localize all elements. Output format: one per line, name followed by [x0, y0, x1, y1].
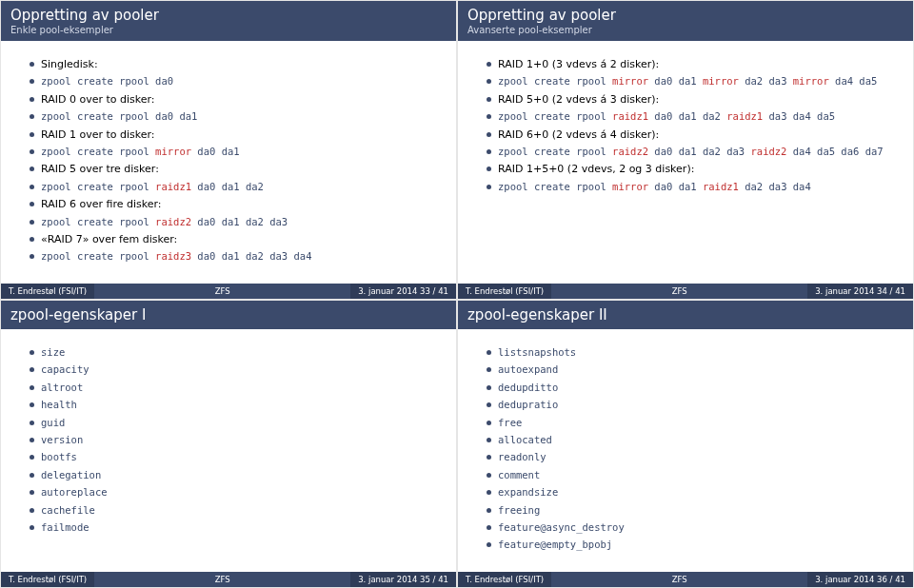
list-item: autoexpand	[487, 363, 894, 377]
slide-subtitle: Avanserte pool-eksempler	[467, 25, 904, 35]
code-span: feature@empty_bpobj	[498, 539, 612, 550]
item-list: Singledisk:zpool create rpool da0RAID 0 …	[30, 57, 437, 265]
list-item: capacity	[30, 363, 437, 377]
list-item: zpool create rpool mirror da0 da1 raidz1…	[487, 180, 894, 194]
text-span: RAID 1 over to disker:	[41, 128, 155, 141]
list-item: RAID 1 over to disker:	[30, 127, 437, 142]
item-list: sizecapacityaltroothealthguidversionboot…	[30, 345, 437, 535]
text-span: RAID 0 over to disker:	[41, 93, 155, 106]
slide-body: RAID 1+0 (3 vdevs á 2 disker):zpool crea…	[458, 41, 913, 225]
text-span: RAID 1+5+0 (2 vdevs, 2 og 3 disker):	[498, 163, 694, 175]
slide-footer: T. Endrestøl (FSI/IT)ZFS3. januar 2014 3…	[1, 572, 456, 587]
text-span: Singledisk:	[41, 58, 98, 70]
footer-title: ZFS	[94, 286, 350, 296]
code-span: version	[41, 434, 83, 445]
code-span: da0 da1 da2 da3	[191, 216, 288, 227]
slide-title: zpool-egenskaper II	[467, 306, 904, 323]
slide-3: zpool-egenskaper Isizecapacityaltroothea…	[0, 300, 457, 588]
keyword-span: raidz1	[612, 110, 648, 122]
list-item: failmode	[30, 520, 437, 535]
list-item: free	[487, 416, 894, 430]
list-item: zpool create rpool raidz3 da0 da1 da2 da…	[30, 249, 437, 264]
list-item: zpool create rpool raidz2 da0 da1 da2 da…	[30, 215, 437, 229]
list-item: RAID 6+0 (2 vdevs á 4 disker):	[487, 127, 894, 142]
slide-header: Oppretting av poolerEnkle pool-eksempler	[1, 1, 456, 41]
code-span: free	[498, 417, 522, 428]
code-span: feature@async_destroy	[498, 521, 625, 533]
list-item: zpool create rpool raidz1 da0 da1 da2	[30, 180, 437, 194]
slide-title: Oppretting av pooler	[10, 7, 447, 24]
code-span: cachefile	[41, 504, 95, 516]
text-span: RAID 6 over fire disker:	[41, 198, 161, 210]
code-span: zpool create rpool	[41, 146, 155, 157]
code-span: da2 da3 da4	[739, 181, 811, 192]
list-item: dedupratio	[487, 398, 894, 412]
list-item: cachefile	[30, 503, 437, 518]
code-span: zpool create rpool	[41, 250, 155, 262]
code-span: bootfs	[41, 451, 77, 462]
slide-footer: T. Endrestøl (FSI/IT)ZFS3. januar 2014 3…	[1, 284, 456, 299]
text-span: RAID 5 over tre disker:	[41, 163, 159, 175]
slide-title: Oppretting av pooler	[467, 7, 904, 24]
list-item: zpool create rpool raidz2 da0 da1 da2 da…	[487, 145, 894, 159]
list-item: comment	[487, 468, 894, 482]
footer-author: T. Endrestøl (FSI/IT)	[458, 284, 551, 299]
code-span: comment	[498, 469, 540, 480]
list-item: dedupditto	[487, 381, 894, 395]
keyword-span: mirror	[793, 75, 829, 87]
code-span: da2 da3	[739, 75, 793, 87]
code-span: dedupratio	[498, 399, 558, 410]
code-span: da3 da4 da5	[763, 110, 835, 122]
code-span: da0 da1	[191, 146, 240, 157]
footer-title: ZFS	[551, 286, 807, 296]
keyword-span: raidz2	[751, 146, 787, 157]
list-item: RAID 0 over to disker:	[30, 92, 437, 107]
code-span: da0 da1 da2 da3 da4	[191, 250, 311, 262]
list-item: feature@async_destroy	[487, 520, 894, 535]
keyword-span: raidz2	[612, 146, 648, 157]
list-item: allocated	[487, 433, 894, 447]
list-item: delegation	[30, 468, 437, 482]
keyword-span: mirror	[703, 75, 739, 87]
code-span: failmode	[41, 521, 89, 533]
slide-header: zpool-egenskaper I	[1, 301, 456, 329]
keyword-span: raidz1	[155, 181, 191, 192]
code-span: da4 da5 da6 da7	[786, 146, 883, 157]
code-span: freeing	[498, 504, 540, 516]
code-span: da0 da1 da2 da3	[648, 146, 750, 157]
footer-author: T. Endrestøl (FSI/IT)	[1, 284, 94, 299]
list-item: RAID 5+0 (2 vdevs á 3 disker):	[487, 92, 894, 107]
slide-body: listsnapshotsautoexpanddedupdittodedupra…	[458, 329, 913, 584]
code-span: health	[41, 399, 77, 410]
code-span: da0 da1	[648, 181, 703, 192]
code-span: zpool create rpool	[498, 75, 612, 87]
list-item: altroot	[30, 381, 437, 395]
list-item: RAID 5 over tre disker:	[30, 162, 437, 176]
code-span: size	[41, 346, 65, 358]
code-span: da0 da1 da2	[648, 110, 726, 122]
keyword-span: raidz1	[703, 181, 739, 192]
list-item: zpool create rpool da0 da1	[30, 109, 437, 124]
code-span: expandsize	[498, 486, 558, 498]
keyword-span: raidz1	[726, 110, 763, 122]
text-span: «RAID 7» over fem disker:	[41, 233, 177, 245]
code-span: listsnapshots	[498, 346, 576, 358]
list-item: readonly	[487, 450, 894, 464]
list-item: RAID 6 over fire disker:	[30, 197, 437, 211]
code-span: guid	[41, 417, 65, 428]
slide-footer: T. Endrestøl (FSI/IT)ZFS3. januar 2014 3…	[458, 572, 913, 587]
footer-page: 3. januar 2014 33 / 41	[350, 284, 456, 299]
list-item: health	[30, 398, 437, 412]
list-item: freeing	[487, 503, 894, 518]
keyword-span: raidz3	[155, 250, 191, 262]
slide-grid: Oppretting av poolerEnkle pool-eksempler…	[0, 0, 914, 588]
list-item: autoreplace	[30, 485, 437, 500]
code-span: readonly	[498, 451, 546, 462]
item-list: listsnapshotsautoexpanddedupdittodedupra…	[487, 345, 894, 553]
code-span: capacity	[41, 363, 89, 375]
code-span: zpool create rpool	[41, 216, 155, 227]
text-span: RAID 5+0 (2 vdevs á 3 disker):	[498, 93, 659, 106]
list-item: RAID 1+0 (3 vdevs á 2 disker):	[487, 57, 894, 71]
text-span: RAID 1+0 (3 vdevs á 2 disker):	[498, 58, 659, 70]
list-item: Singledisk:	[30, 57, 437, 71]
